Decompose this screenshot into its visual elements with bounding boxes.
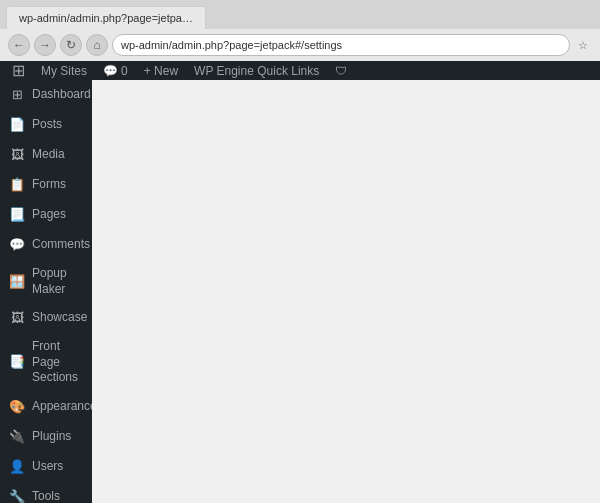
browser-chrome: wp-admin/admin.php?page=jetpack#/setting… [0,0,600,61]
main-inner [92,80,600,120]
new-button[interactable]: + New [140,64,182,78]
sidebar-item-forms[interactable]: 📋 Forms [0,170,92,200]
wp-engine-icon-button[interactable]: 🛡 [331,64,351,78]
popup-maker-icon: 🪟 [8,273,26,291]
sidebar-item-popup-maker-label: Popup Maker [32,266,84,297]
sidebar-item-showcase[interactable]: 🖼 Showcase [0,303,92,333]
comments-nav-icon: 💬 [8,236,26,254]
admin-bar: ⊞ My Sites 💬 0 + New WP Engine Quick Lin… [0,61,600,80]
sidebar-item-front-page-sections[interactable]: 📑 Front Page Sections [0,333,92,392]
wp-engine-label: WP Engine Quick Links [194,64,319,78]
wp-engine-button[interactable]: WP Engine Quick Links [190,64,323,78]
address-bar[interactable] [112,34,570,56]
plugins-icon: 🔌 [8,428,26,446]
new-label: + New [144,64,178,78]
browser-tab[interactable]: wp-admin/admin.php?page=jetpack#/setting… [6,6,206,29]
comments-count: 0 [121,64,128,78]
appearance-icon: 🎨 [8,398,26,416]
sidebar-item-plugins-label: Plugins [32,429,71,445]
sidebar-item-users-label: Users [32,459,63,475]
users-icon: 👤 [8,458,26,476]
bookmark-icon: ☆ [574,36,592,54]
sidebar-item-posts-label: Posts [32,117,62,133]
sidebar-item-comments-label: Comments [32,237,90,253]
my-sites-label: My Sites [41,64,87,78]
sidebar-item-popup-maker[interactable]: 🪟 Popup Maker [0,260,92,303]
sidebar: ⊞ Dashboard 📄 Posts 🖼 Media 📋 Forms 📃 Pa… [0,80,92,503]
sidebar-item-appearance-label: Appearance [32,399,92,415]
dashboard-icon: ⊞ [8,86,26,104]
sidebar-item-forms-label: Forms [32,177,66,193]
comment-icon: 💬 [103,64,118,78]
sidebar-item-dashboard[interactable]: ⊞ Dashboard [0,80,92,110]
wp-logo-button[interactable]: ⊞ [8,61,29,80]
home-button[interactable]: ⌂ [86,34,108,56]
sidebar-item-tools[interactable]: 🔧 Tools [0,482,92,503]
sidebar-item-pages[interactable]: 📃 Pages [0,200,92,230]
sidebar-item-posts[interactable]: 📄 Posts [0,110,92,140]
comments-button[interactable]: 💬 0 [99,64,132,78]
sidebar-item-showcase-label: Showcase [32,310,87,326]
sidebar-item-pages-label: Pages [32,207,66,223]
sidebar-item-appearance[interactable]: 🎨 Appearance [0,392,92,422]
sidebar-item-comments[interactable]: 💬 Comments [0,230,92,260]
posts-icon: 📄 [8,116,26,134]
sidebar-item-front-page-sections-label: Front Page Sections [32,339,84,386]
wp-engine-icon: 🛡 [335,64,347,78]
main-content [92,80,600,503]
wordpress-icon: ⊞ [12,61,25,80]
back-button[interactable]: ← [8,34,30,56]
tools-icon: 🔧 [8,488,26,503]
forward-button[interactable]: → [34,34,56,56]
media-icon: 🖼 [8,146,26,164]
sidebar-item-media-label: Media [32,147,65,163]
showcase-icon: 🖼 [8,309,26,327]
sidebar-item-media[interactable]: 🖼 Media [0,140,92,170]
forms-icon: 📋 [8,176,26,194]
reload-button[interactable]: ↻ [60,34,82,56]
sidebar-item-plugins[interactable]: 🔌 Plugins [0,422,92,452]
front-page-sections-icon: 📑 [8,354,26,372]
sidebar-item-tools-label: Tools [32,489,60,503]
sidebar-item-users[interactable]: 👤 Users [0,452,92,482]
browser-nav: ← → ↻ ⌂ ☆ [0,29,600,61]
browser-tabs: wp-admin/admin.php?page=jetpack#/setting… [0,0,600,29]
my-sites-button[interactable]: My Sites [37,64,91,78]
pages-icon: 📃 [8,206,26,224]
sidebar-item-dashboard-label: Dashboard [32,87,91,103]
wp-admin-layout: ⊞ Dashboard 📄 Posts 🖼 Media 📋 Forms 📃 Pa… [0,80,600,503]
